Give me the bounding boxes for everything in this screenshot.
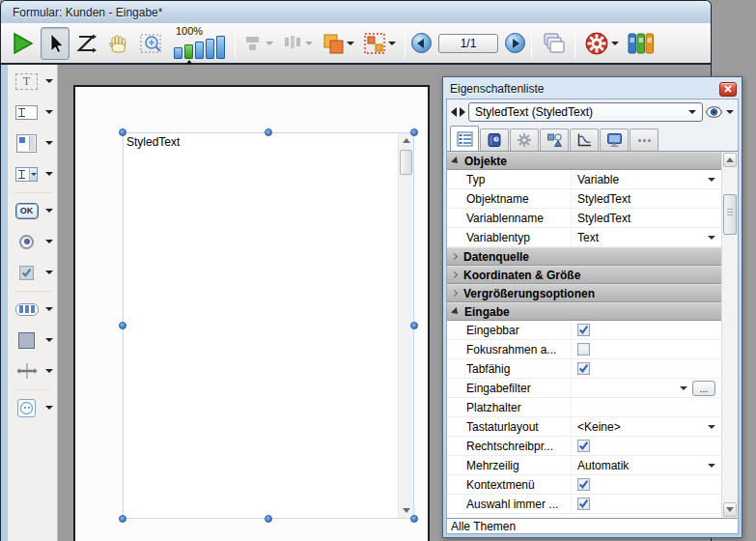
prop-value-dropdown[interactable]: ...: [571, 379, 721, 397]
plugin-tool[interactable]: [14, 395, 55, 420]
tab-more[interactable]: [630, 128, 658, 151]
dropdown-arrow-icon[interactable]: [708, 464, 715, 468]
button-dropdown-icon[interactable]: [45, 209, 53, 213]
group-button[interactable]: [360, 27, 399, 60]
static-text-tool[interactable]: T: [14, 69, 55, 94]
prop-value-dropdown[interactable]: Variable: [571, 170, 721, 188]
tab-chart[interactable]: [570, 128, 599, 151]
section-koordinaten[interactable]: Koordinaten & Größe: [447, 266, 721, 284]
zoom-bar-current[interactable]: [184, 44, 193, 59]
prop-value-dropdown[interactable]: <Keine>: [571, 417, 721, 436]
plugin-dropdown-icon[interactable]: [45, 406, 53, 410]
checkbox[interactable]: [577, 498, 590, 510]
segmented-dropdown-icon[interactable]: [45, 307, 53, 311]
prop-value-text[interactable]: StyledText: [571, 209, 721, 227]
section-datenquelle[interactable]: Datenquelle: [447, 247, 721, 266]
properties-scrollbar[interactable]: [721, 152, 738, 518]
checkbox[interactable]: [577, 478, 590, 491]
scroll-down-button[interactable]: [723, 502, 737, 517]
group-dropdown-icon[interactable]: [388, 42, 396, 45]
resize-handle-top-left[interactable]: [119, 128, 126, 136]
select-tool-button[interactable]: [41, 27, 70, 60]
window-titlebar[interactable]: Formular: Kunden - Eingabe*: [1, 1, 711, 23]
list-box-tool[interactable]: [14, 130, 55, 156]
resize-handle-middle-right[interactable]: [410, 322, 418, 329]
segmented-control-tool[interactable]: [14, 297, 55, 322]
resize-handle-bottom-left[interactable]: [119, 515, 126, 523]
text-field-dropdown-icon[interactable]: [45, 110, 53, 114]
tab-objects[interactable]: [540, 128, 569, 151]
dropdown-arrow-icon[interactable]: [680, 386, 687, 390]
resize-handle-top-right[interactable]: [410, 128, 418, 136]
next-object-button[interactable]: [460, 107, 465, 117]
tab-settings[interactable]: [510, 128, 539, 151]
scroll-up-button[interactable]: [723, 153, 737, 167]
ellipsis-button[interactable]: ...: [692, 381, 715, 396]
resize-handle-bottom-center[interactable]: [265, 515, 272, 523]
rectangle-tool[interactable]: [14, 327, 55, 353]
visibility-filter-button[interactable]: [706, 106, 734, 118]
previous-object-button[interactable]: [451, 107, 457, 117]
tab-order-button[interactable]: [72, 27, 101, 60]
dropdown-arrow-icon[interactable]: [708, 425, 715, 429]
zoom-bar-1[interactable]: [174, 47, 182, 59]
prop-value-dropdown[interactable]: Text: [571, 228, 721, 246]
prop-value-text[interactable]: [571, 398, 721, 416]
static-text-dropdown-icon[interactable]: [45, 79, 53, 83]
tab-display[interactable]: [600, 128, 629, 151]
rectangle-dropdown-icon[interactable]: [45, 338, 53, 342]
dropdown-arrow-icon[interactable]: [708, 236, 715, 240]
run-form-button[interactable]: [7, 27, 38, 60]
arrange-dropdown-icon[interactable]: [347, 42, 354, 45]
prop-value-dropdown[interactable]: Automatik: [571, 456, 721, 474]
checkbox[interactable]: [577, 440, 590, 452]
scrollbar-thumb[interactable]: [400, 150, 412, 175]
properties-titlebar[interactable]: Eigenschaftenliste: [446, 79, 739, 99]
scrollbar-thumb[interactable]: [723, 194, 737, 235]
splitter-tool[interactable]: [14, 358, 55, 384]
checkbox-dropdown-icon[interactable]: [45, 270, 53, 274]
text-field-tool[interactable]: [14, 100, 55, 125]
section-eingabe[interactable]: Eingabe: [447, 302, 721, 321]
zoom-selection-button[interactable]: [136, 27, 167, 60]
pages-overview-button[interactable]: [538, 27, 569, 60]
checkbox-tool[interactable]: [14, 260, 55, 285]
object-selector-dropdown[interactable]: StyledText (StyledText): [468, 102, 703, 122]
next-page-button[interactable]: [505, 33, 525, 53]
tab-data[interactable]: [480, 128, 509, 151]
arrange-button[interactable]: [319, 27, 357, 60]
section-vergroesserung[interactable]: Vergrößerungsoptionen: [447, 284, 721, 302]
radio-dropdown-icon[interactable]: [45, 240, 53, 243]
zoom-bar-4[interactable]: [206, 39, 214, 59]
list-box-dropdown-icon[interactable]: [45, 141, 53, 145]
page-indicator[interactable]: 1/1: [438, 34, 498, 53]
pan-tool-button[interactable]: [104, 27, 133, 60]
zoom-bar-3[interactable]: [195, 42, 204, 59]
section-objekte[interactable]: Objekte: [447, 152, 721, 170]
splitter-dropdown-icon[interactable]: [45, 369, 53, 373]
prop-value-text[interactable]: StyledText: [571, 189, 721, 208]
zoom-bar-5[interactable]: [216, 36, 225, 59]
radio-button-tool[interactable]: [14, 229, 55, 254]
previous-page-button[interactable]: [411, 33, 432, 53]
combo-box-dropdown-icon[interactable]: [45, 172, 53, 176]
library-button[interactable]: [625, 27, 658, 60]
dropdown-arrow-icon[interactable]: [708, 178, 715, 182]
styledtext-control[interactable]: StyledText: [123, 132, 414, 519]
tab-properties[interactable]: [450, 126, 479, 151]
visibility-dropdown-icon[interactable]: [726, 110, 734, 114]
close-button[interactable]: [719, 82, 737, 97]
checkbox[interactable]: [577, 324, 590, 336]
resize-handle-top-center[interactable]: [265, 128, 272, 136]
button-tool[interactable]: OK: [14, 198, 55, 223]
checkbox[interactable]: [577, 343, 590, 356]
zoom-level-control[interactable]: 100%: [170, 26, 229, 61]
theme-filter-bar[interactable]: Alle Themen: [447, 518, 738, 533]
resize-handle-bottom-right[interactable]: [410, 515, 418, 523]
resize-handle-middle-left[interactable]: [119, 322, 126, 329]
form-page[interactable]: StyledText: [73, 85, 430, 541]
combo-box-tool[interactable]: [14, 161, 55, 186]
checkbox[interactable]: [577, 362, 590, 375]
settings-button[interactable]: [581, 27, 622, 60]
settings-dropdown-icon[interactable]: [611, 42, 619, 45]
